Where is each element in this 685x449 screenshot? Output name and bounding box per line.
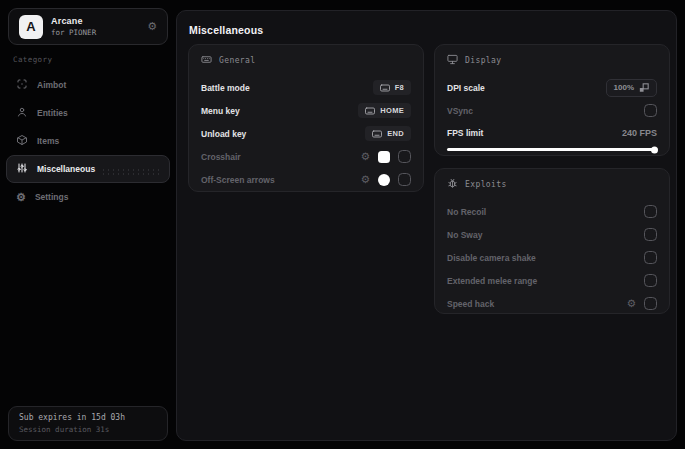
category-label: Category: [13, 55, 52, 64]
menu-keybind[interactable]: HOME: [358, 103, 411, 118]
scale-icon: [639, 83, 649, 93]
menu-key-row: Menu key HOME: [201, 99, 411, 122]
display-card-header: Display: [447, 45, 657, 76]
no-sway-row: No Sway: [447, 223, 657, 246]
no-sway-checkbox[interactable]: [644, 228, 657, 241]
box-icon: [16, 134, 28, 148]
no-recoil-checkbox[interactable]: [644, 205, 657, 218]
offscreen-arrows-color-swatch[interactable]: [378, 174, 390, 186]
crosshair-row: Crosshair ⚙: [201, 145, 411, 168]
fps-limit-slider[interactable]: [447, 148, 657, 151]
sidebar-item-entities[interactable]: Entities: [6, 99, 170, 127]
dpi-scale-row: DPI scale 100%: [447, 76, 657, 99]
bug-icon: [447, 178, 458, 191]
general-card-title: General: [219, 56, 256, 65]
sliders-icon: [16, 162, 28, 176]
exploits-card-title: Exploits: [465, 180, 507, 189]
sidebar-item-label: Settings: [35, 192, 69, 202]
keyboard-icon: [201, 54, 212, 67]
crosshair-color-swatch[interactable]: [378, 151, 390, 163]
crosshair-icon: [16, 78, 28, 92]
sidebar-item-aimbot[interactable]: Aimbot: [6, 71, 170, 99]
person-icon: [16, 106, 28, 120]
session-duration-text: Session duration 31s: [19, 425, 157, 434]
vsync-label: VSync: [447, 106, 473, 116]
sidebar-item-label: Items: [37, 136, 59, 146]
key-icon: [372, 130, 382, 138]
unload-key-row: Unload key END: [201, 122, 411, 145]
menu-key: HOME: [380, 106, 404, 115]
no-recoil-row: No Recoil: [447, 200, 657, 223]
general-card: General Battle mode F8 Menu key HOME: [188, 44, 424, 192]
disable-camera-shake-row: Disable camera shake: [447, 246, 657, 269]
main-panel: Miscellaneous General Battle mode: [176, 10, 677, 441]
exploits-card: Exploits No Recoil No Sway Disable camer…: [434, 168, 670, 314]
display-card: Display DPI scale 100% VSync FPS limit: [434, 44, 670, 156]
crosshair-checkbox[interactable]: [398, 150, 411, 163]
offscreen-arrows-label: Off-Screen arrows: [201, 175, 275, 185]
fps-limit-row: FPS limit 240 FPS: [447, 122, 657, 143]
monitor-icon: [447, 54, 458, 67]
crosshair-label: Crosshair: [201, 152, 241, 162]
sidebar-item-settings[interactable]: ⚙ Settings: [6, 183, 170, 211]
disable-camera-shake-label: Disable camera shake: [447, 253, 536, 263]
speed-hack-label: Speed hack: [447, 299, 494, 309]
speed-hack-settings-icon[interactable]: ⚙: [627, 298, 636, 309]
key-icon: [380, 84, 390, 92]
battle-mode-keybind[interactable]: F8: [373, 80, 411, 95]
sidebar-item-items[interactable]: Items: [6, 127, 170, 155]
crosshair-settings-icon[interactable]: ⚙: [361, 151, 370, 162]
key-icon: [365, 107, 375, 115]
fps-slider-knob[interactable]: [651, 146, 658, 153]
active-item-texture: [101, 168, 159, 177]
fps-limit-value: 240 FPS: [622, 128, 657, 138]
speed-hack-row: Speed hack ⚙: [447, 292, 657, 315]
sidebar-item-label: Entities: [37, 108, 68, 118]
app-window: A Arcane for PIONER ⚙ Category Aimbot: [0, 0, 685, 449]
offscreen-arrows-settings-icon[interactable]: ⚙: [361, 174, 370, 185]
app-settings-icon[interactable]: ⚙: [147, 21, 157, 32]
disable-camera-shake-checkbox[interactable]: [644, 251, 657, 264]
no-recoil-label: No Recoil: [447, 207, 486, 217]
menu-key-label: Menu key: [201, 106, 240, 116]
app-header-card: A Arcane for PIONER ⚙: [8, 8, 168, 45]
subscription-info-card: Sub expires in 15d 03h Session duration …: [8, 406, 168, 441]
app-logo-letter: A: [26, 19, 35, 34]
sidebar-item-miscellaneous[interactable]: Miscellaneous: [6, 155, 170, 183]
offscreen-arrows-checkbox[interactable]: [398, 173, 411, 186]
sidebar-item-label: Aimbot: [37, 80, 66, 90]
extended-melee-range-checkbox[interactable]: [644, 274, 657, 287]
unload-key-label: Unload key: [201, 129, 246, 139]
gear-icon: ⚙: [16, 192, 26, 203]
display-card-title: Display: [465, 56, 502, 65]
battle-mode-key: F8: [395, 83, 404, 92]
extended-melee-range-row: Extended melee range: [447, 269, 657, 292]
dpi-scale-select[interactable]: 100%: [606, 79, 657, 97]
app-name: Arcane: [51, 17, 139, 26]
app-meta: Arcane for PIONER: [51, 17, 139, 37]
battle-mode-label: Battle mode: [201, 83, 250, 93]
extended-melee-range-label: Extended melee range: [447, 276, 537, 286]
exploits-card-header: Exploits: [447, 169, 657, 200]
unload-key: END: [387, 129, 404, 138]
dpi-scale-label: DPI scale: [447, 83, 485, 93]
app-subtitle: for PIONER: [51, 29, 139, 37]
general-card-header: General: [201, 45, 411, 76]
vsync-checkbox[interactable]: [644, 104, 657, 117]
sidebar-item-label: Miscellaneous: [37, 164, 95, 174]
offscreen-arrows-row: Off-Screen arrows ⚙: [201, 168, 411, 191]
app-logo: A: [19, 15, 43, 39]
unload-keybind[interactable]: END: [365, 126, 411, 141]
dpi-scale-value: 100%: [614, 83, 634, 92]
sidebar-nav: Aimbot Entities Items: [6, 71, 170, 211]
fps-limit-label: FPS limit: [447, 128, 483, 138]
page-title: Miscellaneous: [189, 24, 263, 36]
no-sway-label: No Sway: [447, 230, 482, 240]
speed-hack-checkbox[interactable]: [644, 297, 657, 310]
battle-mode-row: Battle mode F8: [201, 76, 411, 99]
vsync-row: VSync: [447, 99, 657, 122]
sub-expiry-text: Sub expires in 15d 03h: [19, 413, 157, 422]
